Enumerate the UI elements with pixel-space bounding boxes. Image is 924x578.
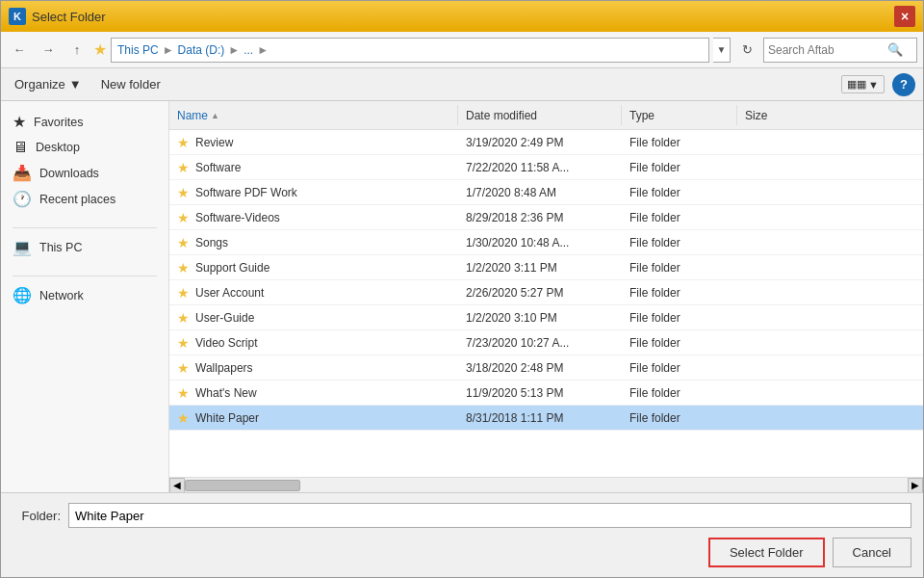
file-row[interactable]: ★ What's New 11/9/2020 5:13 PM File fold…	[169, 381, 923, 406]
file-name-text: User-Guide	[195, 311, 254, 325]
sidebar-item-this-pc[interactable]: 💻 This PC	[1, 234, 168, 260]
view-chevron-icon: ▼	[868, 79, 879, 91]
file-row[interactable]: ★ User Account 2/26/2020 5:27 PM File fo…	[169, 280, 923, 305]
organize-button[interactable]: Organize ▼	[9, 74, 88, 94]
folder-star-icon: ★	[177, 310, 190, 326]
sidebar: ★ Favorites 🖥 Desktop 📥 Downloads 🕐 Rece…	[1, 101, 169, 492]
recent-places-icon: 🕐	[13, 190, 32, 208]
file-row-type: File folder	[622, 211, 737, 224]
back-button[interactable]: ←	[7, 38, 32, 63]
folder-star-icon: ★	[177, 410, 190, 426]
file-row-date: 3/18/2020 2:48 PM	[458, 361, 622, 375]
file-name-text: Review	[195, 136, 233, 149]
organize-chevron-icon: ▼	[69, 77, 82, 92]
app-icon: K	[9, 8, 26, 25]
file-row-date: 1/30/2020 10:48 A...	[458, 236, 622, 250]
file-row[interactable]: ★ Software 7/22/2020 11:58 A... File fol…	[169, 155, 923, 180]
file-row-type: File folder	[622, 361, 737, 375]
file-row[interactable]: ★ Review 3/19/2020 2:49 PM File folder	[169, 130, 923, 155]
up-button[interactable]: ↑	[64, 38, 90, 63]
downloads-icon: 📥	[13, 164, 32, 182]
file-row[interactable]: ★ Support Guide 1/2/2020 3:11 PM File fo…	[169, 255, 923, 280]
hscroll-left-button[interactable]: ◀	[169, 478, 185, 493]
forward-button[interactable]: →	[36, 38, 61, 63]
col-header-date[interactable]: Date modified	[458, 105, 622, 125]
file-row[interactable]: ★ Software PDF Work 1/7/2020 8:48 AM Fil…	[169, 180, 923, 205]
search-icon[interactable]: 🔍	[887, 42, 903, 57]
folder-star-icon: ★	[177, 210, 190, 225]
sidebar-divider-1	[13, 227, 157, 228]
file-area: Name ▲ Date modified Type Size ★ Rev	[169, 101, 923, 492]
folder-label: Folder:	[13, 509, 61, 523]
file-row-name: ★ Support Guide	[169, 260, 458, 276]
horizontal-scrollbar[interactable]: ◀ ▶	[169, 477, 923, 492]
sidebar-divider-2	[13, 276, 157, 276]
sidebar-item-favorites[interactable]: ★ Favorites	[1, 109, 168, 135]
help-button[interactable]: ?	[892, 73, 915, 96]
search-input[interactable]	[768, 43, 884, 57]
cancel-button[interactable]: Cancel	[833, 538, 911, 567]
address-path[interactable]: This PC ► Data (D:) ► ... ►	[111, 38, 709, 63]
sidebar-recent-places-label: Recent places	[39, 193, 116, 206]
sidebar-item-downloads[interactable]: 📥 Downloads	[1, 160, 168, 186]
sidebar-desktop-label: Desktop	[36, 141, 80, 154]
file-list[interactable]: ★ Review 3/19/2020 2:49 PM File folder ★…	[169, 130, 923, 477]
file-row[interactable]: ★ Software-Videos 8/29/2018 2:36 PM File…	[169, 205, 923, 230]
file-row-type: File folder	[622, 236, 737, 250]
refresh-button[interactable]: ↻	[734, 38, 759, 63]
folder-star-icon: ★	[177, 235, 190, 250]
bottom-area: Folder: Select Folder Cancel	[1, 492, 923, 577]
sidebar-item-desktop[interactable]: 🖥 Desktop	[1, 135, 168, 160]
col-header-size[interactable]: Size	[737, 105, 795, 125]
hscroll-thumb[interactable]	[185, 480, 300, 491]
folder-input-row: Folder:	[13, 503, 911, 528]
path-dropdown[interactable]: ▼	[713, 38, 731, 63]
file-row-date: 8/31/2018 1:11 PM	[458, 411, 622, 425]
col-header-name[interactable]: Name ▲	[169, 105, 458, 125]
path-current[interactable]: ...	[244, 43, 253, 57]
select-folder-dialog: K Select Folder × ← → ↑ ★ This PC ► Data…	[0, 0, 924, 578]
new-folder-button[interactable]: New folder	[95, 74, 167, 94]
file-row[interactable]: ★ White Paper 8/31/2018 1:11 PM File fol…	[169, 406, 923, 431]
file-row[interactable]: ★ Songs 1/30/2020 10:48 A... File folder	[169, 230, 923, 255]
file-row[interactable]: ★ Video Script 7/23/2020 10:27 A... File…	[169, 330, 923, 355]
path-this-pc[interactable]: This PC	[117, 43, 159, 57]
file-row-date: 3/19/2020 2:49 PM	[458, 136, 622, 149]
file-row-type: File folder	[622, 286, 737, 300]
col-type-label: Type	[629, 109, 654, 122]
file-row[interactable]: ★ Wallpapers 3/18/2020 2:48 PM File fold…	[169, 355, 923, 381]
path-data-d[interactable]: Data (D:)	[178, 43, 225, 57]
folder-star-icon: ★	[177, 335, 190, 351]
folder-star-icon: ★	[177, 185, 190, 200]
hscroll-track[interactable]	[185, 478, 908, 493]
file-row-name: ★ White Paper	[169, 410, 458, 426]
close-button[interactable]: ×	[894, 6, 915, 27]
folder-input[interactable]	[68, 503, 911, 528]
col-header-type[interactable]: Type	[622, 105, 737, 125]
path-sep-3: ►	[257, 43, 269, 57]
favorites-star-icon: ★	[93, 40, 107, 59]
main-content: ★ Favorites 🖥 Desktop 📥 Downloads 🕐 Rece…	[1, 101, 923, 492]
file-name-text: What's New	[195, 386, 257, 400]
folder-star-icon: ★	[177, 135, 190, 150]
file-row-date: 7/23/2020 10:27 A...	[458, 336, 622, 350]
file-row-name: ★ User-Guide	[169, 310, 458, 326]
file-row-name: ★ Songs	[169, 235, 458, 250]
hscroll-right-button[interactable]: ▶	[908, 478, 923, 493]
sidebar-item-network[interactable]: 🌐 Network	[1, 282, 168, 308]
file-list-header: Name ▲ Date modified Type Size	[169, 101, 923, 130]
file-row[interactable]: ★ User-Guide 1/2/2020 3:10 PM File folde…	[169, 305, 923, 330]
folder-star-icon: ★	[177, 360, 190, 376]
file-row-type: File folder	[622, 186, 737, 199]
favorites-icon: ★	[13, 113, 26, 131]
view-icon: ▦▦	[847, 78, 866, 91]
select-folder-button[interactable]: Select Folder	[708, 538, 825, 567]
search-box[interactable]: 🔍	[763, 38, 917, 63]
file-row-type: File folder	[622, 386, 737, 400]
file-name-text: White Paper	[195, 411, 259, 425]
sidebar-item-recent-places[interactable]: 🕐 Recent places	[1, 186, 168, 212]
view-button[interactable]: ▦▦ ▼	[841, 75, 885, 93]
file-row-name: ★ Review	[169, 135, 458, 150]
file-row-type: File folder	[622, 311, 737, 325]
col-size-label: Size	[745, 109, 767, 122]
